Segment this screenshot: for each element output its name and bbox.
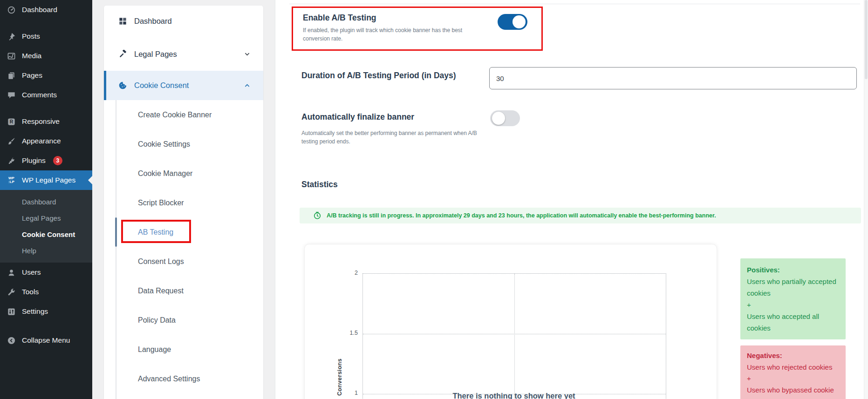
subnav-consent-logs[interactable]: Consent Logs (104, 247, 263, 276)
media-icon (7, 51, 16, 61)
plugin-nav-label: Dashboard (134, 17, 172, 26)
wp-admin-sidebar: Dashboard Posts Media Pages Comments R R… (0, 0, 92, 399)
sidebar-item-label: Posts (22, 32, 40, 41)
plugin-icon (7, 156, 16, 166)
sidebar-item-label: Settings (22, 307, 48, 316)
sidebar-item-plugins[interactable]: Plugins 3 (0, 151, 92, 170)
chevron-up-icon (244, 82, 251, 89)
sidebar-item-label: Comments (22, 91, 57, 99)
plugin-nav-label: Legal Pages (134, 50, 177, 59)
cookie-icon (118, 81, 127, 90)
sidebar-item-label: Responsive (22, 117, 60, 126)
sliders-icon (7, 307, 16, 317)
menu-separator (0, 20, 92, 27)
submenu-item-help[interactable]: Help (0, 243, 92, 259)
negatives-line: Users who bypassed cookie consent (747, 385, 839, 399)
wp-legal-pages-submenu: Dashboard Legal Pages Cookie Consent Hel… (0, 190, 92, 263)
gavel-icon (118, 50, 127, 59)
subnav-language[interactable]: Language (104, 335, 263, 364)
toggle-knob (492, 112, 505, 125)
subnav-script-blocker[interactable]: Script Blocker (104, 188, 263, 217)
sidebar-item-label: Tools (22, 288, 39, 296)
sidebar-item-label: Users (22, 268, 41, 277)
section-divider (289, 4, 860, 4)
statistics-title: Statistics (301, 180, 338, 189)
negatives-box: Negatives: Users who rejected cookies + … (740, 345, 846, 399)
subnav-policy-data[interactable]: Policy Data (104, 305, 263, 335)
notice-text: A/B tracking is still in progress. In ap… (327, 212, 716, 219)
positives-line: Users who partially accepted cookies (747, 276, 839, 299)
sidebar-item-dashboard[interactable]: Dashboard (0, 0, 92, 20)
sidebar-item-users[interactable]: Users (0, 263, 92, 282)
sidebar-item-tools[interactable]: Tools (0, 282, 92, 302)
timer-icon (313, 211, 321, 220)
sidebar-item-label: WP Legal Pages (22, 176, 75, 184)
pushpin-icon (7, 32, 16, 41)
responsive-r-icon: R (7, 117, 16, 127)
positives-line: Users who accepted all cookies (747, 311, 839, 334)
subnav-cookie-settings[interactable]: Cookie Settings (104, 129, 263, 159)
sidebar-item-collapse-menu[interactable]: Collapse Menu (0, 331, 92, 350)
sidebar-item-label: Plugins (22, 156, 46, 165)
subnav-cookie-manager[interactable]: Cookie Manager (104, 159, 263, 188)
cookie-consent-nav-panel: Dashboard Legal Pages Cookie Consent Cre… (104, 6, 263, 399)
gauge-icon (7, 5, 16, 15)
grid-icon (118, 17, 127, 26)
subnav-advanced-settings[interactable]: Advanced Settings (104, 364, 263, 393)
plugins-update-badge: 3 (53, 156, 62, 165)
wp-legal-pages-logo-icon: WP:LP (7, 176, 16, 185)
positives-title: Positives: (747, 264, 839, 276)
conversions-chart: 2 1.5 1 Conversions There is nothing to … (304, 244, 717, 399)
chart-plot-area (362, 273, 666, 399)
finalize-toggle[interactable] (490, 110, 520, 126)
brush-icon (7, 136, 16, 146)
sidebar-item-comments[interactable]: Comments (0, 85, 92, 105)
sidebar-item-responsive[interactable]: R Responsive (0, 112, 92, 131)
finalize-description: Automatically set the better performing … (301, 129, 482, 146)
sidebar-item-label: Media (22, 52, 41, 60)
scrollbar-thumb[interactable] (865, 0, 868, 79)
finalize-title: Automatically finalize banner (301, 112, 414, 122)
submenu-item-cookie-consent[interactable]: Cookie Consent (0, 226, 92, 243)
plugin-nav-legal-pages[interactable]: Legal Pages (104, 43, 263, 65)
user-icon (7, 268, 16, 277)
chart-empty-message: There is nothing to show here yet (362, 392, 665, 399)
ab-progress-notice: A/B tracking is still in progress. In ap… (300, 208, 861, 223)
plus-sign: + (747, 299, 839, 311)
page-scrollbar[interactable] (864, 0, 868, 399)
sidebar-item-wp-legal-pages[interactable]: WP:LP WP Legal Pages (0, 170, 92, 190)
sidebar-item-label: Dashboard (22, 6, 57, 14)
annotation-box-enable-ab: Enable A/B Testing If enabled, the plugi… (292, 7, 543, 51)
pages-icon (7, 71, 16, 81)
sidebar-item-label: Collapse Menu (22, 336, 70, 345)
cookie-consent-submenu: Create Cookie Banner Cookie Settings Coo… (104, 100, 263, 399)
main-panel: Enable A/B Testing If enabled, the plugi… (275, 0, 865, 399)
toggle-knob (513, 15, 526, 28)
plugin-nav-cookie-consent[interactable]: Cookie Consent (104, 71, 263, 100)
subnav-data-request[interactable]: Data Request (104, 276, 263, 305)
negatives-title: Negatives: (747, 350, 839, 362)
negatives-line: Users who rejected cookies (747, 362, 839, 373)
y-axis-label: Conversions (336, 358, 343, 396)
annotation-box-ab-testing (121, 220, 191, 243)
sidebar-item-settings[interactable]: Settings (0, 302, 92, 321)
gridline (514, 274, 515, 399)
enable-ab-toggle[interactable] (498, 14, 527, 30)
submenu-item-legal-pages[interactable]: Legal Pages (0, 210, 92, 226)
sidebar-item-pages[interactable]: Pages (0, 66, 92, 85)
submenu-item-dashboard[interactable]: Dashboard (0, 194, 92, 210)
svg-text:R: R (10, 119, 14, 124)
subnav-create-cookie-banner[interactable]: Create Cookie Banner (104, 100, 263, 129)
sidebar-item-label: Appearance (22, 137, 61, 145)
plugin-nav-dashboard[interactable]: Dashboard (104, 10, 263, 32)
sidebar-item-media[interactable]: Media (0, 46, 92, 66)
menu-separator (0, 105, 92, 112)
plugin-nav-label: Cookie Consent (134, 81, 189, 90)
wrench-icon (7, 287, 16, 297)
plus-sign: + (747, 373, 839, 385)
sidebar-item-posts[interactable]: Posts (0, 27, 92, 46)
y-tick: 2 (335, 270, 358, 276)
duration-input[interactable] (489, 67, 857, 89)
sidebar-item-appearance[interactable]: Appearance (0, 131, 92, 151)
chevron-down-icon (244, 51, 251, 58)
